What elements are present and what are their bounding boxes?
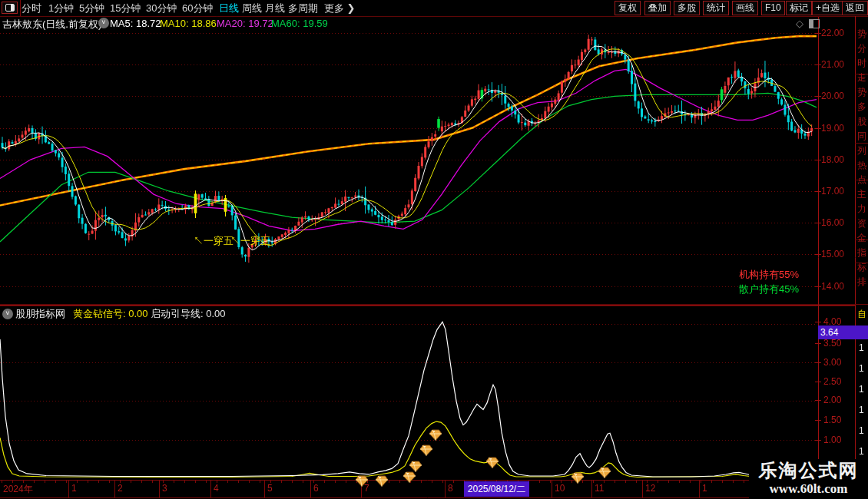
indicator-label-2.50: 2.50	[823, 376, 841, 387]
indicator-label-1.00: 1.00	[823, 435, 841, 445]
indicator-label-1.50: 1.50	[823, 415, 841, 425]
time-label-9: 10	[555, 483, 565, 494]
indicator-source-label: 股朋指标网	[15, 307, 65, 319]
sidebar-tab-char-12[interactable]: 力	[857, 203, 866, 216]
period-tab-5分钟[interactable]: 5分钟	[79, 2, 104, 15]
time-label-1: 1	[71, 483, 77, 494]
sidebar-tab-char-10[interactable]: 点	[857, 173, 866, 187]
sidebar-tab-char-4[interactable]: 势	[857, 86, 866, 99]
crosshair-date-badge: 2025/08/12/二	[464, 481, 529, 497]
chart-title-bar: 吉林敖东(日线.前复权) ˅ MA5: 18.72MA10: 18.86MA20…	[0, 16, 868, 31]
sidebar-list-marker-1[interactable]: 1	[859, 363, 864, 374]
price-label-19.00: 19.00	[821, 123, 844, 134]
toolbar-button-画线[interactable]: 画线	[732, 1, 758, 15]
time-label-3: 3	[162, 483, 167, 494]
period-tab-15分钟[interactable]: 15分钟	[110, 2, 141, 15]
period-tab-30分钟[interactable]: 30分钟	[146, 2, 177, 15]
signal-annotation-0: ↖一穿五	[194, 234, 234, 248]
ma-value-3: MA60: 19.59	[271, 18, 328, 29]
institution-holding-label: 机构持有55%	[739, 268, 799, 282]
sidebar-list-marker-2[interactable]: 1	[859, 384, 864, 395]
main-chart-canvas[interactable]	[0, 0, 868, 499]
price-label-14.00: 14.00	[821, 281, 844, 292]
trading-app-window: { "toolbar": { "left_items": [ {"label":…	[0, 0, 868, 499]
indicator-label-3.00: 3.00	[823, 357, 841, 368]
toolbar-button-标记[interactable]: 标记	[786, 1, 812, 15]
sidebar-tab-char-7[interactable]: 同	[857, 130, 866, 143]
indicator-label-3.50: 3.50	[823, 338, 841, 349]
toolbar-button-F10[interactable]: F10	[761, 1, 785, 15]
sidebar-tab-char-13[interactable]: 资	[857, 217, 866, 230]
price-label-15.00: 15.00	[821, 249, 844, 259]
period-tab-分时[interactable]: 分时	[22, 2, 41, 15]
sidebar-list-marker-4[interactable]: 1	[859, 425, 864, 436]
sidebar-tab-char-1[interactable]: 分	[857, 42, 866, 55]
watermark: 乐淘公式网 www.60lt.com	[749, 459, 868, 499]
sidebar-tab-char-16[interactable]: 标	[857, 261, 866, 274]
price-label-21.00: 21.00	[821, 59, 844, 70]
period-tab-60分钟[interactable]: 60分钟	[182, 2, 213, 15]
ma-value-0: MA5: 18.72	[110, 18, 161, 29]
sidebar-tab-char-3[interactable]: 走	[857, 71, 866, 84]
time-label-10: 11	[595, 483, 604, 494]
time-label-0: 2024年	[3, 483, 33, 496]
time-label-7: 7	[364, 483, 369, 494]
period-tab-周线[interactable]: 周线	[242, 2, 262, 15]
period-tab-更多 ❯[interactable]: 更多 ❯	[324, 2, 356, 15]
window-icon[interactable]	[2, 2, 18, 14]
sidebar-tab-char-11[interactable]: 主	[857, 188, 866, 201]
chevron-down-icon[interactable]: ˅	[98, 18, 109, 28]
toolbar-divider	[20, 0, 21, 16]
crosshair-value-badge: 3.64	[818, 326, 868, 339]
time-label-2: 2	[118, 483, 123, 494]
time-label-5: 5	[267, 483, 273, 494]
golden-diamond-signal-label: 黄金钻信号: 0.00	[73, 307, 148, 319]
sidebar-tab-char-8[interactable]: 列	[857, 144, 866, 157]
sidebar-list-marker-5[interactable]: 1	[859, 446, 864, 457]
sidebar-list-marker-3[interactable]: 1	[859, 405, 864, 415]
period-tab-日线[interactable]: 日线	[219, 2, 239, 15]
price-label-20.00: 20.00	[821, 91, 844, 101]
ma-value-2: MA20: 19.72	[217, 18, 273, 29]
ma-value-1: MA10: 18.86	[160, 18, 217, 29]
watermark-url: www.60lt.com	[749, 482, 868, 496]
toolbar-button-+自选[interactable]: +自选	[812, 1, 843, 15]
price-label-18.00: 18.00	[821, 154, 844, 165]
retail-holding-label: 散户持有45%	[739, 283, 799, 296]
toolbar-button-多股[interactable]: 多股	[674, 1, 700, 15]
sidebar-tab-char-9[interactable]: 热	[857, 159, 866, 172]
toolbar-button-返回[interactable]: 返回	[842, 1, 868, 15]
signal-annotation-1: ↖一穿五	[230, 234, 270, 248]
time-label-6: 6	[313, 483, 319, 494]
period-tab-月线[interactable]: 月线	[265, 2, 285, 15]
diamond-marker-icon[interactable]: ◇	[796, 18, 803, 29]
toolbar-button-叠加[interactable]: 叠加	[644, 1, 671, 15]
top-toolbar: 分时1分钟5分钟15分钟30分钟60分钟日线周线月线多周期更多 ❯ 复权叠加多股…	[0, 0, 868, 16]
time-label-12: 1	[702, 483, 707, 494]
period-tab-1分钟[interactable]: 1分钟	[48, 2, 74, 15]
indicator-label-2.00: 2.00	[823, 395, 841, 405]
sidebar-tab-char-15[interactable]: 指	[857, 246, 866, 259]
toolbar-button-统计[interactable]: 统计	[703, 1, 729, 15]
sidebar-tab-char-2[interactable]: 时	[857, 57, 866, 70]
layout-panel-icon[interactable]	[809, 19, 820, 28]
price-label-17.00: 17.00	[821, 186, 844, 197]
sidebar-tab-char-6[interactable]: 股	[857, 115, 866, 128]
sidebar-tab-char-14[interactable]: 金	[857, 232, 866, 245]
sidebar-tab-char-5[interactable]: 多	[857, 101, 866, 114]
period-tab-多周期[interactable]: 多周期	[288, 2, 318, 15]
time-label-11: 12	[645, 483, 655, 494]
collapse-panel-icon[interactable]: ˅	[2, 309, 13, 319]
symbol-title: 吉林敖东(日线.前复权)	[2, 18, 101, 31]
watermark-name: 乐淘公式网	[749, 459, 868, 482]
price-label-16.00: 16.00	[821, 217, 844, 228]
sidebar-list-marker-0[interactable]: 1	[859, 342, 864, 353]
sidebar-highlight-char[interactable]: 自	[857, 308, 866, 321]
time-label-4: 4	[214, 483, 219, 494]
toolbar-button-复权[interactable]: 复权	[615, 1, 641, 15]
time-label-8: 8	[448, 483, 453, 494]
launch-guide-line-label: 启动引导线: 0.00	[151, 307, 226, 319]
sidebar-tab-char-17[interactable]: 排	[857, 276, 866, 289]
